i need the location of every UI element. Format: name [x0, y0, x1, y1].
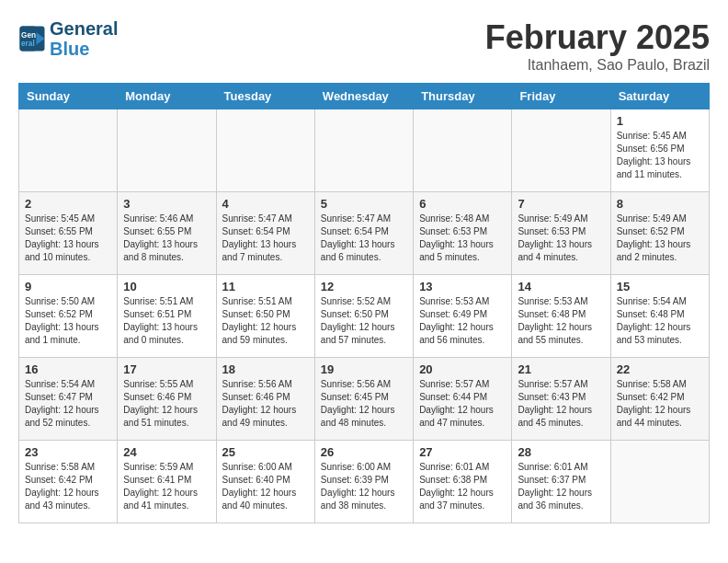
calendar-cell: 7Sunrise: 5:49 AM Sunset: 6:53 PM Daylig…	[512, 192, 610, 275]
day-info: Sunrise: 5:48 AM Sunset: 6:53 PM Dayligh…	[419, 213, 506, 264]
calendar-cell	[610, 441, 709, 523]
day-number: 4	[222, 197, 309, 211]
day-info: Sunrise: 5:58 AM Sunset: 6:42 PM Dayligh…	[617, 378, 703, 430]
header: Gen eral General Blue February 2025 Itan…	[18, 18, 710, 74]
weekday-header-monday: Monday	[118, 84, 216, 109]
logo: Gen eral General Blue	[18, 18, 118, 59]
calendar-cell: 12Sunrise: 5:52 AM Sunset: 6:50 PM Dayli…	[314, 275, 413, 358]
day-number: 21	[518, 362, 604, 376]
day-number: 9	[25, 280, 111, 293]
day-info: Sunrise: 5:59 AM Sunset: 6:41 PM Dayligh…	[123, 461, 210, 512]
day-number: 14	[518, 280, 604, 293]
calendar-cell: 17Sunrise: 5:55 AM Sunset: 6:46 PM Dayli…	[118, 358, 216, 441]
calendar-cell: 13Sunrise: 5:53 AM Sunset: 6:49 PM Dayli…	[414, 275, 512, 358]
weekday-header-saturday: Saturday	[610, 84, 709, 109]
calendar-cell: 5Sunrise: 5:47 AM Sunset: 6:54 PM Daylig…	[314, 192, 413, 275]
day-number: 20	[419, 362, 506, 376]
calendar-cell: 10Sunrise: 5:51 AM Sunset: 6:51 PM Dayli…	[118, 275, 216, 358]
calendar-cell: 4Sunrise: 5:47 AM Sunset: 6:54 PM Daylig…	[216, 192, 314, 275]
calendar-cell: 11Sunrise: 5:51 AM Sunset: 6:50 PM Dayli…	[216, 275, 314, 358]
day-number: 2	[25, 197, 111, 211]
day-number: 5	[321, 197, 407, 211]
day-number: 11	[222, 280, 309, 293]
calendar-cell: 20Sunrise: 5:57 AM Sunset: 6:44 PM Dayli…	[414, 358, 512, 441]
logo-blue: Blue	[50, 39, 118, 59]
weekday-header-row: SundayMondayTuesdayWednesdayThursdayFrid…	[19, 84, 710, 109]
logo-icon: Gen eral	[18, 25, 46, 52]
day-info: Sunrise: 5:49 AM Sunset: 6:52 PM Dayligh…	[617, 213, 703, 264]
calendar-cell: 26Sunrise: 6:00 AM Sunset: 6:39 PM Dayli…	[314, 441, 413, 523]
calendar-cell: 8Sunrise: 5:49 AM Sunset: 6:52 PM Daylig…	[610, 192, 709, 275]
weekday-header-sunday: Sunday	[19, 84, 118, 109]
calendar-cell: 16Sunrise: 5:54 AM Sunset: 6:47 PM Dayli…	[19, 358, 118, 441]
calendar-cell	[314, 109, 413, 192]
day-info: Sunrise: 6:01 AM Sunset: 6:37 PM Dayligh…	[518, 461, 604, 512]
day-number: 13	[419, 280, 506, 293]
calendar-cell	[512, 109, 610, 192]
day-number: 7	[518, 197, 604, 211]
weekday-header-friday: Friday	[512, 84, 610, 109]
calendar-cell: 3Sunrise: 5:46 AM Sunset: 6:55 PM Daylig…	[118, 192, 216, 275]
day-info: Sunrise: 5:51 AM Sunset: 6:51 PM Dayligh…	[123, 295, 210, 347]
calendar-cell: 18Sunrise: 5:56 AM Sunset: 6:46 PM Dayli…	[216, 358, 314, 441]
day-number: 15	[617, 280, 703, 293]
calendar-cell: 21Sunrise: 5:57 AM Sunset: 6:43 PM Dayli…	[512, 358, 610, 441]
day-number: 24	[123, 445, 210, 459]
day-number: 19	[321, 362, 407, 376]
calendar-cell: 1Sunrise: 5:45 AM Sunset: 6:56 PM Daylig…	[610, 109, 709, 192]
title-area: February 2025 Itanhaem, Sao Paulo, Brazi…	[485, 18, 710, 74]
calendar-table: SundayMondayTuesdayWednesdayThursdayFrid…	[18, 83, 710, 523]
day-number: 8	[617, 197, 703, 211]
day-info: Sunrise: 6:00 AM Sunset: 6:39 PM Dayligh…	[321, 461, 407, 512]
calendar-cell: 19Sunrise: 5:56 AM Sunset: 6:45 PM Dayli…	[314, 358, 413, 441]
calendar-cell: 15Sunrise: 5:54 AM Sunset: 6:48 PM Dayli…	[610, 275, 709, 358]
day-info: Sunrise: 5:51 AM Sunset: 6:50 PM Dayligh…	[222, 295, 309, 347]
week-row-4: 16Sunrise: 5:54 AM Sunset: 6:47 PM Dayli…	[19, 358, 710, 441]
calendar-cell: 24Sunrise: 5:59 AM Sunset: 6:41 PM Dayli…	[118, 441, 216, 523]
calendar-cell	[414, 109, 512, 192]
day-info: Sunrise: 5:57 AM Sunset: 6:44 PM Dayligh…	[419, 378, 506, 430]
day-info: Sunrise: 5:53 AM Sunset: 6:49 PM Dayligh…	[419, 295, 506, 347]
day-info: Sunrise: 5:57 AM Sunset: 6:43 PM Dayligh…	[518, 378, 604, 430]
day-info: Sunrise: 5:46 AM Sunset: 6:55 PM Dayligh…	[123, 213, 210, 264]
day-info: Sunrise: 5:56 AM Sunset: 6:46 PM Dayligh…	[222, 378, 309, 430]
day-number: 25	[222, 445, 309, 459]
day-number: 6	[419, 197, 506, 211]
calendar-cell: 27Sunrise: 6:01 AM Sunset: 6:38 PM Dayli…	[414, 441, 512, 523]
day-info: Sunrise: 5:45 AM Sunset: 6:55 PM Dayligh…	[25, 213, 111, 264]
calendar-cell	[118, 109, 216, 192]
location: Itanhaem, Sao Paulo, Brazil	[485, 57, 710, 74]
day-number: 23	[25, 445, 111, 459]
day-number: 26	[321, 445, 407, 459]
day-number: 28	[518, 445, 604, 459]
day-info: Sunrise: 5:55 AM Sunset: 6:46 PM Dayligh…	[123, 378, 210, 430]
week-row-1: 1Sunrise: 5:45 AM Sunset: 6:56 PM Daylig…	[19, 109, 710, 192]
calendar-cell	[19, 109, 118, 192]
day-info: Sunrise: 5:53 AM Sunset: 6:48 PM Dayligh…	[518, 295, 604, 347]
calendar-cell: 9Sunrise: 5:50 AM Sunset: 6:52 PM Daylig…	[19, 275, 118, 358]
day-info: Sunrise: 5:52 AM Sunset: 6:50 PM Dayligh…	[321, 295, 407, 347]
day-number: 22	[617, 362, 703, 376]
day-info: Sunrise: 5:50 AM Sunset: 6:52 PM Dayligh…	[25, 295, 111, 347]
day-info: Sunrise: 6:01 AM Sunset: 6:38 PM Dayligh…	[419, 461, 506, 512]
week-row-5: 23Sunrise: 5:58 AM Sunset: 6:42 PM Dayli…	[19, 441, 710, 523]
day-info: Sunrise: 5:45 AM Sunset: 6:56 PM Dayligh…	[617, 130, 703, 181]
day-number: 17	[123, 362, 210, 376]
day-info: Sunrise: 5:49 AM Sunset: 6:53 PM Dayligh…	[518, 213, 604, 264]
week-row-3: 9Sunrise: 5:50 AM Sunset: 6:52 PM Daylig…	[19, 275, 710, 358]
day-number: 27	[419, 445, 506, 459]
day-info: Sunrise: 6:00 AM Sunset: 6:40 PM Dayligh…	[222, 461, 309, 512]
weekday-header-wednesday: Wednesday	[314, 84, 413, 109]
day-info: Sunrise: 5:54 AM Sunset: 6:48 PM Dayligh…	[617, 295, 703, 347]
logo-general: General	[50, 18, 118, 39]
calendar-cell: 25Sunrise: 6:00 AM Sunset: 6:40 PM Dayli…	[216, 441, 314, 523]
day-info: Sunrise: 5:54 AM Sunset: 6:47 PM Dayligh…	[25, 378, 111, 430]
calendar-cell: 23Sunrise: 5:58 AM Sunset: 6:42 PM Dayli…	[19, 441, 118, 523]
day-number: 16	[25, 362, 111, 376]
day-info: Sunrise: 5:58 AM Sunset: 6:42 PM Dayligh…	[25, 461, 111, 512]
weekday-header-thursday: Thursday	[414, 84, 512, 109]
day-number: 18	[222, 362, 309, 376]
calendar-cell: 28Sunrise: 6:01 AM Sunset: 6:37 PM Dayli…	[512, 441, 610, 523]
day-info: Sunrise: 5:47 AM Sunset: 6:54 PM Dayligh…	[321, 213, 407, 264]
svg-text:Gen: Gen	[21, 31, 36, 40]
